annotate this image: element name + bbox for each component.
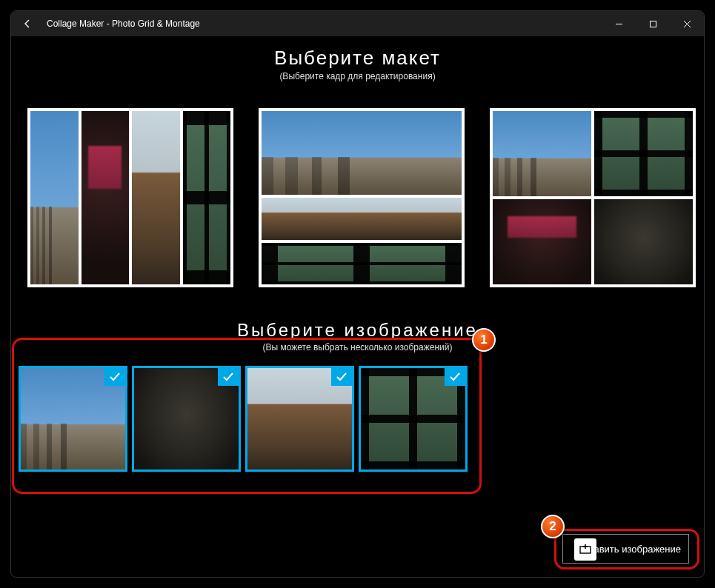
maximize-icon	[649, 20, 657, 28]
layout-cell	[132, 111, 180, 284]
selected-check	[104, 368, 125, 386]
layout-cell	[30, 111, 79, 284]
selected-check	[218, 368, 239, 386]
app-title: Collage Maker - Photo Grid & Montage	[44, 19, 602, 29]
image-thumb-city[interactable]	[19, 366, 127, 472]
layout-template-1[interactable]	[27, 108, 233, 287]
annotation-badge-1: 1	[472, 328, 496, 352]
layout-cell	[594, 111, 693, 196]
check-icon	[109, 372, 121, 382]
check-icon	[336, 372, 347, 382]
back-button[interactable]	[11, 18, 44, 30]
layout-template-3[interactable]	[490, 108, 696, 287]
svg-rect-1	[650, 21, 656, 27]
maximize-button[interactable]	[636, 11, 670, 36]
image-picker-row	[11, 366, 704, 472]
image-thumb-man[interactable]	[132, 366, 241, 472]
image-thumb-mountain[interactable]	[245, 366, 354, 472]
cursor-pointer-icon	[574, 538, 596, 561]
minimize-button[interactable]	[602, 11, 636, 36]
layout-templates-row[interactable]	[11, 108, 704, 299]
arrow-left-icon	[21, 18, 33, 30]
layout-cell	[262, 243, 462, 285]
close-icon	[683, 20, 691, 28]
layout-cell	[183, 111, 231, 284]
layout-cell	[262, 198, 462, 240]
layout-heading-block: Выберите макет (Выберите кадр для редакт…	[11, 47, 704, 81]
add-icon	[579, 543, 592, 556]
layout-cell	[594, 199, 693, 284]
title-bar: Collage Maker - Photo Grid & Montage	[11, 11, 704, 36]
app-window: Collage Maker - Photo Grid & Montage Выб…	[10, 10, 705, 578]
check-icon	[222, 372, 234, 382]
selected-check	[445, 368, 465, 386]
layout-subheading: (Выберите кадр для редактирования)	[11, 71, 704, 81]
minimize-icon	[615, 20, 623, 28]
check-icon	[449, 372, 461, 382]
image-subheading: (Вы можете выбрать несколько изображений…	[11, 342, 704, 353]
add-image-label: равить изображение	[588, 544, 681, 555]
image-heading: Выберите изображение	[11, 320, 704, 341]
layout-cell	[493, 199, 591, 284]
close-button[interactable]	[670, 11, 704, 36]
layout-cell	[262, 111, 462, 195]
bottom-toolbar: равить изображение	[11, 534, 704, 564]
layout-cell	[493, 111, 591, 196]
selected-check	[331, 368, 352, 386]
image-heading-block: Выберите изображение (Вы можете выбрать …	[11, 320, 704, 353]
layout-heading: Выберите макет	[11, 47, 704, 70]
annotation-badge-2: 2	[541, 515, 565, 538]
image-thumb-window[interactable]	[359, 366, 468, 472]
layout-cell	[82, 111, 130, 284]
layout-template-2[interactable]	[259, 108, 465, 287]
